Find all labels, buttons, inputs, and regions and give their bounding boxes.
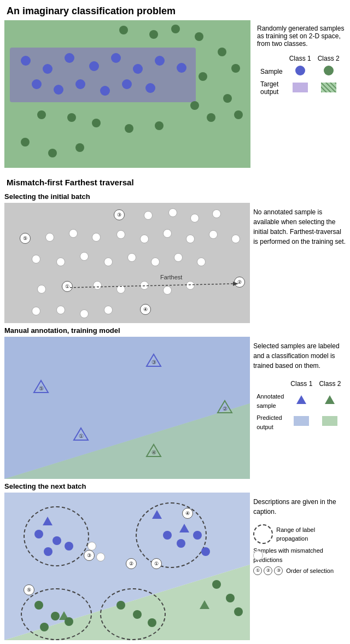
green-dot <box>199 72 207 81</box>
blue-dot-nb <box>201 547 210 556</box>
blue-dot-nb <box>65 542 73 551</box>
farthest-arrow <box>4 203 250 323</box>
white-dot <box>231 235 240 243</box>
order-2: ② <box>234 277 245 288</box>
svg-marker-14 <box>296 395 306 404</box>
white-dot <box>32 255 40 264</box>
white-dot <box>56 306 65 314</box>
panel3-desc-text: Descriptions are given in the caption. <box>253 497 347 517</box>
tri-4-green: ④ <box>145 443 162 459</box>
green-dot-nb <box>212 580 221 589</box>
tri-blue-nb2 <box>151 509 163 522</box>
tri-3-blue: ③ <box>145 353 162 369</box>
white-dot <box>127 253 136 262</box>
tri-2-green: ② <box>217 400 233 415</box>
class2-header: Class 2 <box>314 53 343 64</box>
green-dot <box>67 113 76 122</box>
green-dot <box>234 110 243 119</box>
white-dot <box>151 257 160 266</box>
panel2-desc: Selected samples are labeled and a class… <box>250 337 350 479</box>
green-dot <box>125 124 133 133</box>
panel2-desc-text: Selected samples are labeled and a class… <box>253 341 347 371</box>
svg-text:③: ③ <box>151 359 156 365</box>
order-num-1: ① <box>151 558 162 569</box>
order-selection-icons: ① ② ③ <box>253 566 283 575</box>
tri-blue-nb3 <box>178 523 190 535</box>
order-num-5: ⑤ <box>24 584 34 595</box>
blue-dot <box>75 79 85 89</box>
green-dot-nb <box>116 601 125 610</box>
section2-title: Mismatch-first Farthest traversal <box>0 173 350 189</box>
white-dot <box>116 230 125 239</box>
target-purple <box>293 83 308 92</box>
white-dot <box>174 253 183 262</box>
white-dot <box>190 214 199 223</box>
manual-annotation-diagram: ⑤ ③ ① ② ④ <box>4 337 250 479</box>
green-dot <box>223 94 232 103</box>
blue-dot-nb <box>177 539 185 548</box>
blue-dot <box>21 56 31 66</box>
blue-dot <box>32 79 42 89</box>
sample-green <box>324 66 334 75</box>
target-green <box>321 83 336 92</box>
white-dot <box>197 257 206 266</box>
green-dot <box>21 138 30 147</box>
green-dot-nb <box>34 601 43 610</box>
blue-dot <box>54 85 63 95</box>
white-dot <box>92 233 101 242</box>
white-dot <box>186 235 195 243</box>
blue-dot <box>89 61 99 71</box>
svg-marker-18 <box>43 517 52 525</box>
order-num-3: ③ <box>84 550 95 561</box>
mismatch-label: Samples with mismatched predictions <box>253 546 347 564</box>
panel1-label-row: Selecting the initial batch <box>0 189 350 203</box>
tri-blue-nb1 <box>42 516 54 528</box>
farthest-label: Farthest <box>160 274 182 280</box>
white-dot <box>140 235 149 243</box>
white-dot <box>163 229 172 238</box>
white-dot <box>186 281 195 290</box>
blue-dot <box>111 53 121 63</box>
mismatch-dot <box>96 553 105 561</box>
blue-dot <box>145 83 155 93</box>
tri-1-blue: ① <box>73 427 89 443</box>
blue-dot-nb <box>52 536 61 545</box>
blue-dot <box>177 63 186 73</box>
green-dot <box>207 113 215 122</box>
green-dot <box>75 143 84 152</box>
white-dot <box>104 306 113 314</box>
order-4: ④ <box>140 304 151 315</box>
green-dot <box>155 121 164 130</box>
blue-dot-nb <box>34 530 43 538</box>
white-dot <box>37 285 46 294</box>
green-dot <box>119 26 128 34</box>
intro-desc: Randomly generated samples as training s… <box>257 25 346 48</box>
white-dot <box>69 229 78 238</box>
order-1: ① <box>62 281 73 292</box>
green-dot <box>218 48 226 56</box>
green-dot <box>149 30 158 39</box>
panel3-desc: Descriptions are given in the caption. R… <box>250 493 350 640</box>
tri-green-nb1 <box>199 599 211 612</box>
tri-5: ⑤ <box>33 379 49 395</box>
green-dot-nb <box>133 610 142 619</box>
green-dot-nb <box>51 612 60 620</box>
order-3: ③ <box>114 209 125 220</box>
order-num-2: ② <box>126 558 137 569</box>
sample-label: Sample <box>257 64 286 79</box>
order-label: Order of selection <box>286 566 334 576</box>
panel3-label-row: Selecting the next batch <box>0 479 350 493</box>
blue-dot <box>100 86 110 96</box>
green-dot <box>37 110 46 119</box>
green-dot-nb <box>148 618 156 627</box>
green-dot-nb <box>226 594 235 602</box>
white-dot <box>80 309 89 318</box>
blue-dot-nb <box>163 531 172 540</box>
white-dot <box>104 257 113 266</box>
blue-dot <box>155 56 165 66</box>
tri-green-legend <box>324 394 336 405</box>
white-dot <box>32 307 40 315</box>
green-dot-nb <box>234 607 243 616</box>
white-dot <box>140 281 149 290</box>
green-dot-nb <box>40 623 49 631</box>
